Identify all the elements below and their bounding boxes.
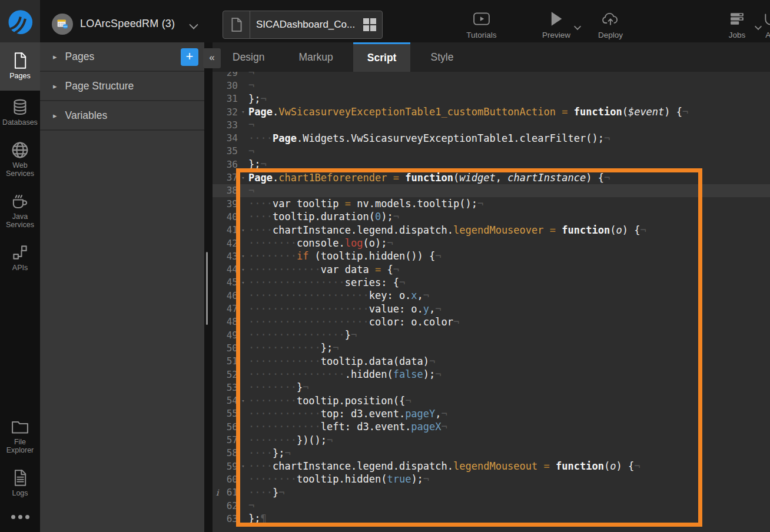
code-text: ····};¬ (248, 447, 291, 459)
pages-panel: ▸Pages+▸Page Structure▸Variables (40, 42, 204, 532)
code-line-55[interactable]: 55············top: d3.event.pageY,¬ (213, 407, 770, 420)
tab-markup[interactable]: Markup (284, 42, 347, 72)
sidebar-item-pages[interactable]: Pages (0, 42, 40, 91)
collapse-panel-button[interactable]: « (203, 48, 221, 68)
sidebar-item-apis[interactable]: APIs (0, 236, 40, 279)
artifacts-icon (763, 11, 770, 27)
fold-arrow-icon[interactable]: ▾ (238, 280, 248, 285)
code-text: ············};¬ (248, 342, 339, 354)
chevron-down-icon[interactable] (190, 21, 200, 27)
panel-section-pages[interactable]: ▸Pages+ (40, 42, 204, 72)
sidebar-item-logs[interactable]: Logs (0, 461, 40, 504)
code-line-36[interactable]: 36};¬ (213, 158, 770, 171)
code-text: ¬ (248, 500, 254, 511)
preview-chevron-down-icon[interactable] (575, 24, 583, 29)
more-options-button[interactable] (0, 504, 40, 532)
code-line-57[interactable]: 57········})();¬ (213, 433, 770, 446)
code-line-34[interactable]: 34····Page.Widgets.VwSicasurveyException… (213, 132, 770, 145)
line-number: 33 (215, 119, 238, 131)
code-line-47[interactable]: 47····················value: o.y,¬ (213, 302, 770, 315)
artifacts-button[interactable]: Art (749, 11, 770, 39)
code-line-61[interactable]: i61····}¬ (213, 486, 770, 499)
code-line-53[interactable]: 53········}¬ (213, 381, 770, 394)
wavemaker-logo[interactable] (0, 0, 40, 42)
code-text: Page.VwSicasurveyExceptionTable1_customB… (248, 106, 688, 118)
code-line-31[interactable]: 31};¬ (213, 92, 770, 105)
code-line-49[interactable]: 49················}¬ (213, 328, 770, 341)
panel-scrollbar[interactable] (206, 252, 208, 325)
caret-right-icon[interactable]: ▸ (53, 111, 57, 120)
caret-right-icon[interactable]: ▸ (53, 82, 57, 91)
code-line-51[interactable]: 51············tooltip.data(data)¬ (213, 355, 770, 368)
fold-arrow-icon[interactable]: ▾ (238, 463, 248, 469)
code-text: ····Page.Widgets.VwSicasurveyExceptionTa… (248, 132, 610, 144)
open-page-tab[interactable]: SICADashboard_Co... (223, 11, 383, 39)
code-line-59[interactable]: 59▾····chartInstance.legend.dispatch.leg… (213, 460, 770, 473)
fold-arrow-icon[interactable]: ▾ (238, 253, 248, 259)
info-marker-icon[interactable]: i (216, 488, 218, 497)
sidebar-item-label: Java Services (1, 212, 39, 229)
code-line-54[interactable]: 54▾········tooltip.position({¬ (213, 394, 770, 407)
line-number: 60 (215, 474, 238, 485)
sidebar-item-file-explorer[interactable]: File Explorer (0, 410, 40, 461)
tab-script[interactable]: Script (353, 42, 411, 72)
panel-section-variables[interactable]: ▸Variables (40, 101, 204, 131)
line-number: 42 (215, 238, 238, 249)
code-line-62[interactable]: 62¬ (213, 499, 770, 512)
page-grid-icon[interactable] (363, 18, 376, 31)
line-number: 37 (215, 172, 238, 183)
tab-design[interactable]: Design (218, 42, 278, 72)
sidebar-item-databases[interactable]: Databases (0, 91, 40, 134)
code-line-58[interactable]: 58····};¬ (213, 447, 770, 460)
fold-arrow-icon[interactable]: ▾ (238, 267, 248, 272)
script-editor[interactable]: 29¬30¬31};¬32▾Page.VwSicasurveyException… (213, 42, 770, 532)
fold-arrow-icon[interactable]: ▾ (238, 175, 248, 181)
code-line-45[interactable]: 45▾················series: {¬ (213, 276, 770, 289)
preview-button[interactable]: Preview (535, 11, 578, 39)
code-line-40[interactable]: 40····tooltip.duration(0);¬ (213, 210, 770, 223)
code-line-56[interactable]: 56············left: d3.event.pageX¬ (213, 420, 770, 433)
project-switcher[interactable]: LOArcSpeedRM (3) (52, 5, 200, 42)
artifacts-label: Art (765, 31, 770, 39)
code-line-44[interactable]: 44▾············var data = {¬ (213, 263, 770, 276)
code-line-42[interactable]: 42········console.log(o);¬ (213, 237, 770, 250)
deploy-button[interactable]: Deploy (589, 11, 632, 39)
code-text: ····var tooltip = nv.models.tooltip();¬ (248, 198, 483, 210)
panel-section-label: Pages (65, 51, 95, 63)
code-line-52[interactable]: 52················.hidden(false);¬ (213, 368, 770, 381)
line-number: 51 (215, 355, 238, 367)
code-text: ····················value: o.y,¬ (248, 303, 442, 315)
code-line-63[interactable]: 63};¶ (213, 512, 770, 525)
code-line-37[interactable]: 37▾Page.chart1Beforerender = function(wi… (213, 171, 770, 184)
wave-logo-icon (5, 5, 35, 37)
caret-right-icon[interactable]: ▸ (53, 52, 57, 61)
code-line-35[interactable]: 35¬ (213, 145, 770, 158)
code-line-60[interactable]: 60········tooltip.hidden(true);¬ (213, 473, 770, 486)
sidebar-item-web-services[interactable]: Web Services (0, 134, 40, 185)
code-text: ····chartInstance.legend.dispatch.legend… (248, 460, 640, 472)
sidebar-item-java-services[interactable]: Java Services (0, 185, 40, 236)
code-line-32[interactable]: 32▾Page.VwSicasurveyExceptionTable1_cust… (213, 105, 770, 118)
code-line-48[interactable]: 48····················color: o.color¬ (213, 315, 770, 328)
code-line-33[interactable]: 33¬ (213, 118, 770, 131)
code-line-50[interactable]: 50············};¬ (213, 341, 770, 354)
tab-label: Style (430, 51, 453, 64)
fold-arrow-icon[interactable]: ▾ (238, 227, 248, 233)
tab-style[interactable]: Style (416, 42, 467, 72)
fold-arrow-icon[interactable]: ▾ (238, 398, 248, 404)
code-line-41[interactable]: 41▾····chartInstance.legend.dispatch.leg… (213, 224, 770, 237)
apis-icon (11, 244, 29, 261)
add-page-button[interactable]: + (181, 48, 198, 66)
line-number: 62 (215, 500, 238, 511)
code-line-46[interactable]: 46····················key: o.x,¬ (213, 289, 770, 302)
code-line-43[interactable]: 43▾········if (tooltip.hidden()) {¬ (213, 250, 770, 262)
tutorials-button[interactable]: Tutorials (460, 11, 503, 39)
code-text: ········if (tooltip.hidden()) {¬ (248, 250, 442, 262)
code-line-39[interactable]: 39····var tooltip = nv.models.tooltip();… (213, 197, 770, 210)
code-line-30[interactable]: 30¬ (213, 79, 770, 92)
panel-section-page-structure[interactable]: ▸Page Structure (40, 72, 204, 101)
code-area[interactable]: 29¬30¬31};¬32▾Page.VwSicasurveyException… (213, 42, 770, 532)
code-line-38[interactable]: 38¬ (213, 184, 770, 197)
line-number: 49 (215, 330, 238, 341)
fold-arrow-icon[interactable]: ▾ (238, 109, 248, 115)
